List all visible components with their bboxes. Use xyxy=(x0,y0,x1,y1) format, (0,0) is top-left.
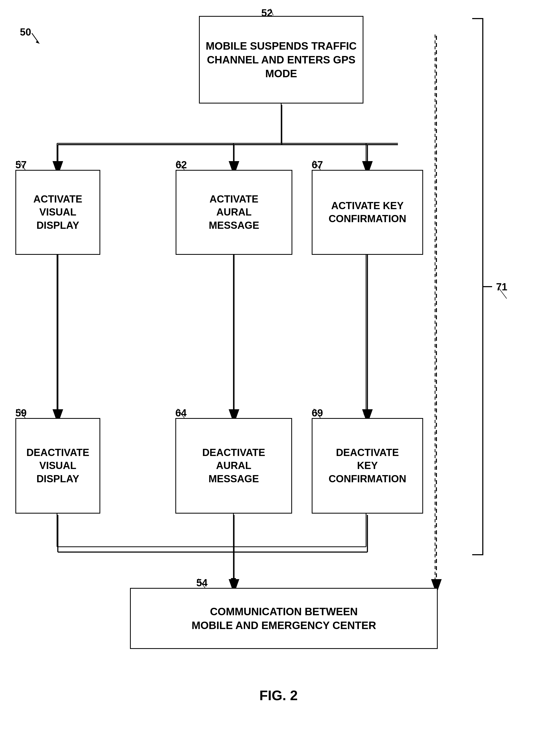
figure-caption: FIG. 2 xyxy=(212,687,345,703)
svg-line-45 xyxy=(19,409,25,418)
svg-line-41 xyxy=(271,9,273,15)
node-52: MOBILE SUSPENDS TRAFFICCHANNEL AND ENTER… xyxy=(199,16,363,103)
svg-line-48 xyxy=(198,579,205,588)
node-54: COMMUNICATION BETWEENMOBILE AND EMERGENC… xyxy=(130,588,438,649)
svg-line-49 xyxy=(499,288,507,298)
svg-marker-20 xyxy=(231,578,236,584)
svg-line-42 xyxy=(19,161,25,170)
svg-marker-4 xyxy=(54,164,60,170)
svg-marker-8 xyxy=(363,164,369,170)
svg-line-47 xyxy=(314,409,320,418)
svg-line-43 xyxy=(178,161,184,170)
node-69: DEACTIVATEKEYCONFIRMATION xyxy=(312,418,423,514)
svg-line-46 xyxy=(178,409,184,418)
node-59: DEACTIVATEVISUALDISPLAY xyxy=(15,418,100,514)
node-64: DEACTIVATEAURALMESSAGE xyxy=(175,418,292,514)
svg-line-44 xyxy=(314,161,320,170)
node-57: ACTIVATEVISUALDISPLAY xyxy=(15,170,100,255)
svg-marker-6 xyxy=(231,164,236,170)
node-67: ACTIVATE KEYCONFIRMATION xyxy=(312,170,423,255)
node-62: ACTIVATEAURALMESSAGE xyxy=(176,170,292,255)
